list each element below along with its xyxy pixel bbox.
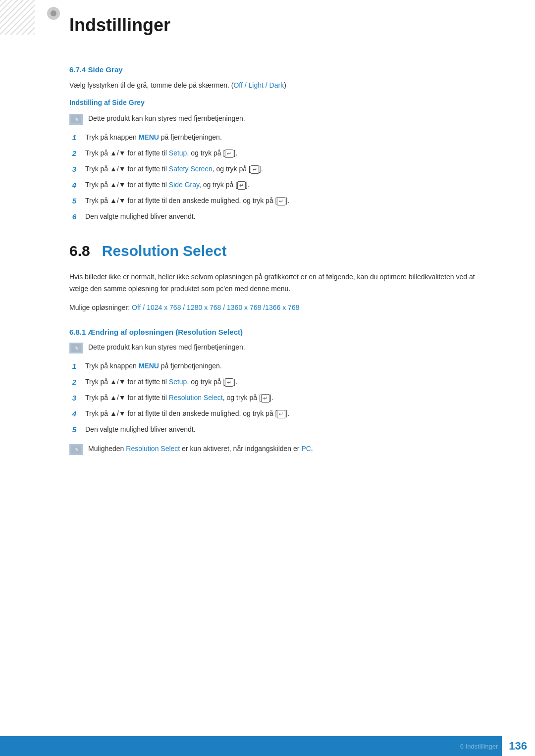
step-text-3: Tryk på ▲/▼ for at flytte til Safety Scr… bbox=[85, 163, 263, 174]
step-681-text-4: Tryk på ▲/▼ for at flytte til den ønsked… bbox=[85, 408, 289, 419]
enter-icon-681-1: ↵ bbox=[225, 378, 233, 387]
svg-text:✎: ✎ bbox=[74, 346, 78, 351]
step-681-text-5: Den valgte mulighed bliver anvendt. bbox=[85, 424, 196, 435]
step-num-4: 4 bbox=[69, 179, 76, 191]
resolution-select-highlight: Resolution Select bbox=[169, 394, 223, 402]
steps-681: 1 Tryk på knappen MENU på fjernbetjening… bbox=[69, 360, 476, 436]
enter-icon-1: ↵ bbox=[225, 150, 233, 158]
resolution-options-values: Off / 1024 x 768 / 1280 x 768 / 1360 x 7… bbox=[132, 303, 299, 311]
page-footer: 6 Indstillinger 136 bbox=[0, 736, 535, 756]
note-box-1: ✎ Dette produkt kan kun styres med fjern… bbox=[69, 113, 476, 125]
section-68: 6.8 Resolution Select Hvis billedet ikke… bbox=[69, 243, 476, 455]
section-674-options: Off / Light / Dark bbox=[233, 81, 284, 89]
note-box-681-2: ✎ Muligheden Resolution Select er kun ak… bbox=[69, 444, 476, 455]
step-text-5: Tryk på ▲/▼ for at flytte til den ønsked… bbox=[85, 195, 289, 206]
note-icon-681-1: ✎ bbox=[69, 343, 83, 353]
steps-674: 1 Tryk på knappen MENU på fjernbetjening… bbox=[69, 132, 476, 223]
step-num-5: 5 bbox=[69, 195, 76, 207]
step-num-3: 3 bbox=[69, 163, 76, 175]
note2-end: . bbox=[311, 445, 313, 453]
subsection-674-heading: Indstilling af Side Grey bbox=[69, 99, 476, 106]
section-674-heading: 6.7.4 Side Gray bbox=[69, 65, 476, 74]
menu-highlight-1: MENU bbox=[139, 133, 159, 141]
intro-text-before: Vælg lysstyrken til de grå, tomme dele p… bbox=[69, 81, 233, 89]
enter-icon-681-2: ↵ bbox=[261, 394, 269, 403]
step-674-1: 1 Tryk på knappen MENU på fjernbetjening… bbox=[69, 132, 476, 144]
step-num-2: 2 bbox=[69, 148, 76, 159]
note-icon-681-2: ✎ bbox=[69, 444, 83, 455]
step-681-4: 4 Tryk på ▲/▼ for at flytte til den ønsk… bbox=[69, 408, 476, 420]
step-674-6: 6 Den valgte mulighed bliver anvendt. bbox=[69, 211, 476, 223]
step-num-6: 6 bbox=[69, 211, 76, 223]
section-681: 6.8.1 Ændring af opløsningen (Resolution… bbox=[69, 328, 476, 455]
svg-text:✎: ✎ bbox=[74, 447, 78, 453]
step-681-num-5: 5 bbox=[69, 424, 76, 436]
note2-after: er kun aktiveret, når indgangskilden er bbox=[180, 445, 301, 453]
page-container: Indstillinger 6.7.4 Side Gray Vælg lysst… bbox=[0, 0, 535, 756]
top-circle-icon bbox=[47, 7, 60, 20]
intro-text-after: ) bbox=[284, 81, 286, 89]
footer-section-text: 6 Indstillinger bbox=[460, 743, 498, 750]
setup-highlight-1: Setup bbox=[169, 149, 187, 157]
note-text-1: Dette produkt kan kun styres med fjernbe… bbox=[88, 113, 245, 124]
note-text-681-1: Dette produkt kan kun styres med fjernbe… bbox=[88, 342, 245, 353]
step-674-5: 5 Tryk på ▲/▼ for at flytte til den ønsk… bbox=[69, 195, 476, 207]
resolution-label: Mulige opløsninger: bbox=[69, 303, 132, 311]
section-674-intro: Vælg lysstyrken til de grå, tomme dele p… bbox=[69, 80, 476, 91]
safety-screen-highlight: Safety Screen bbox=[169, 165, 213, 173]
section-681-heading: 6.8.1 Ændring af opløsningen (Resolution… bbox=[69, 328, 476, 336]
step-674-2: 2 Tryk på ▲/▼ for at flytte til Setup, o… bbox=[69, 148, 476, 159]
step-text-6: Den valgte mulighed bliver anvendt. bbox=[85, 211, 196, 222]
setup-highlight-681: Setup bbox=[169, 378, 187, 386]
step-681-2: 2 Tryk på ▲/▼ for at flytte til Setup, o… bbox=[69, 376, 476, 388]
resolution-options-text: Mulige opløsninger: Off / 1024 x 768 / 1… bbox=[69, 302, 476, 313]
step-674-4: 4 Tryk på ▲/▼ for at flytte til Side Gra… bbox=[69, 179, 476, 191]
step-681-num-3: 3 bbox=[69, 392, 76, 404]
enter-icon-3: ↵ bbox=[237, 181, 246, 190]
note2-highlight2: PC bbox=[301, 445, 311, 453]
note-box-681-1: ✎ Dette produkt kan kun styres med fjern… bbox=[69, 342, 476, 353]
step-681-num-4: 4 bbox=[69, 408, 76, 420]
step-681-text-2: Tryk på ▲/▼ for at flytte til Setup, og … bbox=[85, 376, 237, 387]
step-681-num-1: 1 bbox=[69, 360, 76, 372]
svg-text:✎: ✎ bbox=[74, 117, 78, 122]
note2-highlight: Resolution Select bbox=[126, 445, 180, 453]
side-gray-highlight: Side Gray bbox=[169, 181, 199, 189]
enter-icon-4: ↵ bbox=[277, 197, 285, 205]
step-text-1: Tryk på knappen MENU på fjernbetjeningen… bbox=[85, 132, 222, 143]
note2-before: Muligheden bbox=[88, 445, 126, 453]
step-text-4: Tryk på ▲/▼ for at flytte til Side Gray,… bbox=[85, 179, 250, 190]
enter-icon-2: ↵ bbox=[251, 165, 259, 174]
svg-point-2 bbox=[51, 10, 56, 16]
step-681-text-3: Tryk på ▲/▼ for at flytte til Resolution… bbox=[85, 392, 273, 403]
step-num-1: 1 bbox=[69, 132, 76, 144]
step-681-5: 5 Den valgte mulighed bliver anvendt. bbox=[69, 424, 476, 436]
section-68-number: 6.8 bbox=[69, 243, 90, 259]
note-text-681-2: Muligheden Resolution Select er kun akti… bbox=[88, 444, 313, 454]
step-674-3: 3 Tryk på ▲/▼ for at flytte til Safety S… bbox=[69, 163, 476, 175]
main-content: Indstillinger 6.7.4 Side Gray Vælg lysst… bbox=[0, 0, 535, 509]
footer-page-number: 136 bbox=[502, 736, 535, 756]
step-681-text-1: Tryk på knappen MENU på fjernbetjeningen… bbox=[85, 360, 222, 371]
step-681-1: 1 Tryk på knappen MENU på fjernbetjening… bbox=[69, 360, 476, 372]
step-681-num-2: 2 bbox=[69, 376, 76, 388]
page-title: Indstillinger bbox=[69, 15, 476, 36]
enter-icon-681-3: ↵ bbox=[277, 410, 285, 418]
note-icon-1: ✎ bbox=[69, 114, 83, 125]
section-68-intro1: Hvis billedet ikke er normalt, heller ik… bbox=[69, 271, 476, 295]
section-68-title: Resolution Select bbox=[102, 243, 227, 259]
menu-highlight-681: MENU bbox=[139, 362, 159, 370]
section-674: 6.7.4 Side Gray Vælg lysstyrken til de g… bbox=[69, 65, 476, 223]
step-681-3: 3 Tryk på ▲/▼ for at flytte til Resoluti… bbox=[69, 392, 476, 404]
step-text-2: Tryk på ▲/▼ for at flytte til Setup, og … bbox=[85, 148, 237, 158]
